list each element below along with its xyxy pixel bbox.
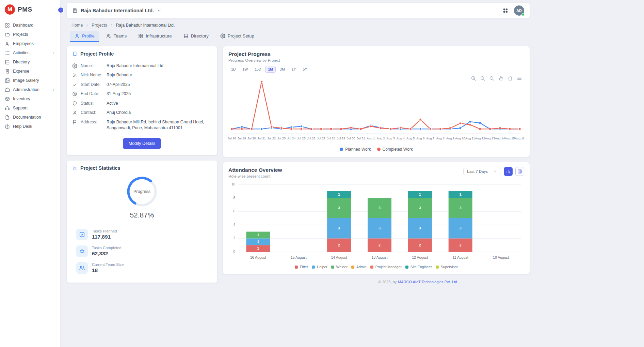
legend-item-completed-work[interactable]: Completed Work	[377, 147, 413, 152]
footer-link[interactable]: MARCO AIoT Technologies Pvt. Ltd.	[398, 280, 458, 284]
sidebar-item-label: Dashboard	[13, 23, 33, 28]
sidebar-item-documentation[interactable]: Documentation	[0, 113, 60, 122]
legend-item-site-engineer[interactable]: Site Engineer	[405, 265, 432, 269]
project-progress-chart[interactable]: Jul 18Jul 19Jul 20Jul 21Jul 22Jul 23Jul …	[228, 73, 524, 145]
box-icon	[5, 96, 10, 102]
attendance-chart[interactable]: 024681011116 August15 August233114 Augus…	[228, 181, 524, 263]
sidebar-item-directory[interactable]: Directory	[0, 58, 60, 67]
profile-field-contact: Contact:Anuj Chordia	[72, 108, 212, 118]
field-label: Status:	[81, 101, 103, 106]
svg-text:Jul 26: Jul 26	[307, 137, 316, 140]
breadcrumb-item-home[interactable]: Home	[71, 23, 83, 28]
tab-infrastructure[interactable]: Infrastructure	[134, 31, 176, 42]
legend-item-welder[interactable]: Welder	[331, 265, 348, 269]
svg-text:Jul 19: Jul 19	[238, 137, 246, 140]
svg-text:3: 3	[379, 206, 381, 210]
svg-text:3: 3	[460, 226, 462, 230]
tab-directory[interactable]: Directory	[179, 31, 213, 42]
tab-teams[interactable]: Teams	[102, 31, 131, 42]
zoom-selection-icon[interactable]	[489, 76, 495, 81]
legend-label: Supervisor	[441, 265, 458, 269]
svg-text:8: 8	[233, 196, 235, 200]
range-button-1d[interactable]: 1D	[228, 66, 238, 73]
range-button-3m[interactable]: 3M	[277, 66, 288, 73]
chevron-right-icon	[51, 51, 55, 55]
legend-item-helper[interactable]: Helper	[312, 265, 327, 269]
home-icon[interactable]	[508, 76, 513, 81]
sidebar-item-image-gallery[interactable]: Image Gallery	[0, 76, 60, 85]
profile-fields: Name:Raja Bahadur International Ltd.Nick…	[72, 61, 212, 133]
apps-grid-icon[interactable]	[502, 7, 509, 14]
sidebar-item-activities[interactable]: Activities	[0, 48, 60, 58]
stat-value: 117,891	[92, 234, 117, 240]
sidebar-item-help-desk[interactable]: Help Desk	[0, 122, 60, 131]
svg-text:Aug 3: Aug 3	[387, 137, 395, 140]
field-value: 31-Aug-2025	[107, 91, 131, 97]
svg-text:0: 0	[233, 250, 235, 254]
svg-text:Aug 7: Aug 7	[426, 137, 434, 140]
sidebar-collapse-button[interactable]	[58, 7, 64, 13]
sidebar-item-administration[interactable]: Administration	[0, 85, 60, 94]
svg-text:3: 3	[460, 206, 462, 210]
logo[interactable]: M PMS	[0, 0, 60, 19]
table-view-toggle[interactable]	[515, 167, 524, 176]
chevron-right-icon	[85, 23, 89, 27]
sidebar-item-employees[interactable]: Employees	[0, 39, 60, 48]
legend-item-project-manager[interactable]: Project Manager	[370, 265, 402, 269]
company-selector[interactable]: Raja Bahadur International Ltd.	[72, 8, 162, 13]
sidebar-item-dashboard[interactable]: Dashboard	[0, 21, 60, 30]
profile-field-start-date: Start Date:07-Apr-2025	[72, 80, 212, 89]
range-button-1w[interactable]: 1W	[240, 66, 251, 73]
range-button-1y[interactable]: 1Y	[289, 66, 299, 73]
avatar[interactable]: AD	[514, 5, 524, 16]
range-button-15d[interactable]: 15D	[252, 66, 264, 73]
field-value: Raja Bahadur	[107, 72, 132, 78]
modify-details-button[interactable]: Modify Details	[123, 138, 161, 149]
legend-item-fitter[interactable]: Fitter	[295, 265, 308, 269]
chevron-right-icon	[110, 23, 114, 27]
legend-item-planned-work[interactable]: Planned Work	[340, 147, 371, 152]
date-range-select[interactable]: Last 7 Days	[463, 168, 501, 175]
svg-text:2: 2	[460, 243, 462, 247]
svg-text:12 August: 12 August	[412, 255, 428, 259]
tab-label: Teams	[114, 33, 127, 39]
tab-profile[interactable]: Profile	[70, 31, 99, 42]
legend-label: Planned Work	[345, 147, 371, 152]
svg-text:6: 6	[233, 209, 235, 213]
range-button-5y[interactable]: 5Y	[300, 66, 310, 73]
bar-view-toggle[interactable]	[504, 167, 513, 176]
tab-project-setup[interactable]: Project Setup	[216, 31, 259, 42]
field-label: Nick Name:	[81, 72, 103, 78]
legend-label: Completed Work	[383, 147, 413, 152]
sidebar-item-inventory[interactable]: Inventory	[0, 94, 60, 104]
footer: © 2025, by MARCO AIoT Technologies Pvt. …	[223, 280, 530, 284]
legend-item-supervisor[interactable]: Supervisor	[436, 265, 458, 269]
sidebar-item-label: Directory	[13, 60, 30, 64]
sidebar-item-label: Projects	[13, 32, 28, 37]
date-range-value: Last 7 Days	[467, 169, 488, 174]
legend-marker	[351, 266, 354, 269]
legend-item-admin[interactable]: Admin	[351, 265, 367, 269]
range-selector: 1D1W15D1M3M1Y5Y	[228, 66, 524, 73]
legend-marker	[340, 148, 343, 151]
sidebar-item-expense[interactable]: Expense	[0, 67, 60, 76]
pan-icon[interactable]	[498, 76, 504, 81]
zoom-out-icon[interactable]	[480, 76, 485, 81]
svg-text:1: 1	[419, 192, 421, 196]
svg-text:15 August: 15 August	[291, 255, 307, 259]
menu-icon[interactable]	[517, 76, 522, 81]
svg-text:3: 3	[338, 226, 340, 230]
sidebar-item-support[interactable]: Support	[0, 104, 60, 113]
sidebar-item-projects[interactable]: Projects	[0, 30, 60, 39]
range-button-1m[interactable]: 1M	[265, 66, 276, 73]
svg-text:14 August: 14 August	[331, 255, 347, 259]
bar-chart-legend: FitterHelperWelderAdminProject ManagerSi…	[228, 264, 524, 271]
breadcrumb-item-projects[interactable]: Projects	[92, 23, 107, 28]
check-square-icon	[76, 229, 88, 240]
card-title: Attendance Overview	[228, 167, 282, 173]
building-icon	[72, 8, 78, 13]
field-label: Name:	[81, 63, 103, 69]
chevron-left-icon	[59, 9, 63, 12]
breadcrumb: HomeProjectsRaja Bahadur International L…	[67, 23, 644, 28]
zoom-in-icon[interactable]	[471, 76, 476, 81]
